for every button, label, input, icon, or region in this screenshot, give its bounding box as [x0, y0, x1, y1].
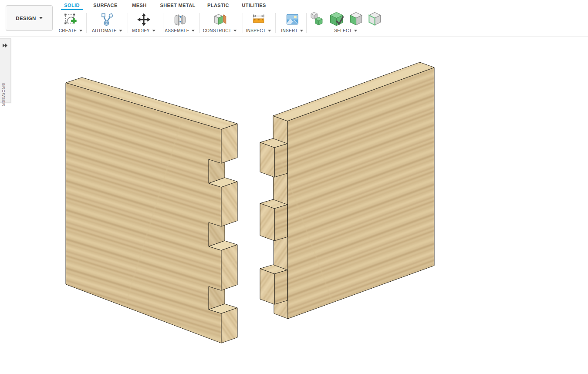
insert-group-label: INSERT [281, 28, 297, 33]
toolbar-separator [128, 13, 128, 33]
model-canvas[interactable] [0, 0, 588, 374]
tab-mesh[interactable]: MESH [132, 1, 146, 10]
left-board-finger-end [221, 308, 237, 343]
sketch-create-icon [63, 12, 78, 27]
dropdown-caret-icon [234, 30, 237, 31]
expand-panel-icon[interactable] [3, 42, 8, 50]
dropdown-caret-icon [268, 30, 271, 31]
toolbar-separator [163, 13, 163, 33]
right-board-finger-end [260, 142, 274, 177]
dropdown-caret-icon [79, 30, 82, 31]
construct-plane-icon [213, 12, 227, 27]
right-board[interactable] [260, 62, 434, 319]
dropdown-caret-icon [152, 30, 155, 31]
measure-ruler-icon [251, 12, 266, 27]
cube-outline-select-icon[interactable] [368, 11, 382, 28]
toolbar-separator [86, 13, 87, 33]
cube-stack-select-icon[interactable] [310, 11, 324, 28]
toolbar-separator [306, 13, 307, 33]
dropdown-caret-icon [192, 30, 195, 31]
select-group-label: SELECT [334, 28, 352, 33]
dropdown-caret-icon [354, 30, 357, 31]
left-board[interactable] [66, 77, 237, 343]
active-tab-indicator [61, 9, 83, 10]
assemble-panels-icon [172, 12, 187, 27]
tab-plastic[interactable]: PLASTIC [207, 1, 229, 10]
construct-group-label: CONSTRUCT [203, 28, 231, 33]
insert-image-icon [285, 12, 300, 27]
create-group-label: CREATE [59, 28, 77, 33]
left-board-finger-end [221, 124, 237, 163]
tab-sheet-metal[interactable]: SHEET METAL [160, 1, 195, 10]
modify-group-label: MODIFY [132, 28, 150, 33]
automate-group-button[interactable]: AUTOMATE [92, 12, 122, 33]
construct-group-button[interactable]: CONSTRUCT [203, 12, 237, 33]
left-board-finger-end [221, 182, 237, 226]
browser-panel-label: BROWSER [1, 83, 6, 107]
application-window: DESIGN SOLID SURFACE MESH SHEET METAL PL… [0, 0, 588, 374]
tab-surface[interactable]: SURFACE [93, 1, 117, 10]
left-board-finger-end [221, 245, 237, 290]
modify-group-button[interactable]: MODIFY [132, 12, 155, 33]
insert-group-button[interactable]: INSERT [281, 12, 303, 33]
right-board-finger-front [274, 270, 287, 304]
create-group-button[interactable]: CREATE [59, 12, 83, 33]
chevron-down-icon [39, 17, 43, 19]
toolbar-separator [275, 13, 276, 33]
dropdown-caret-icon [300, 30, 303, 31]
tab-solid[interactable]: SOLID [64, 1, 80, 10]
move-arrows-icon [136, 12, 151, 27]
right-board-finger-end [260, 269, 274, 304]
assemble-group-label: ASSEMBLE [165, 28, 189, 33]
automate-branch-icon [100, 12, 115, 27]
cube-face-select-icon[interactable] [349, 11, 363, 28]
right-board-finger-end [260, 203, 274, 241]
inspect-group-button[interactable]: INSPECT [246, 12, 271, 33]
tab-utilities[interactable]: UTILITIES [242, 1, 266, 10]
assemble-group-button[interactable]: ASSEMBLE [165, 12, 195, 33]
select-group-button[interactable]: SELECT [310, 12, 382, 33]
toolbar-separator [199, 13, 200, 33]
inspect-group-label: INSPECT [246, 28, 266, 33]
right-board-finger-front [274, 205, 287, 241]
toolbar-separator [243, 13, 243, 33]
workspace-switcher-label: DESIGN [16, 16, 36, 21]
cube-checked-select-icon[interactable] [329, 11, 345, 28]
browser-panel-collapsed[interactable]: BROWSER [0, 38, 11, 103]
dropdown-caret-icon [119, 30, 122, 31]
automate-group-label: AUTOMATE [92, 28, 117, 33]
right-board-finger-front [274, 144, 287, 177]
top-toolbar: DESIGN SOLID SURFACE MESH SHEET METAL PL… [0, 0, 588, 37]
workspace-switcher-button[interactable]: DESIGN [6, 5, 53, 31]
